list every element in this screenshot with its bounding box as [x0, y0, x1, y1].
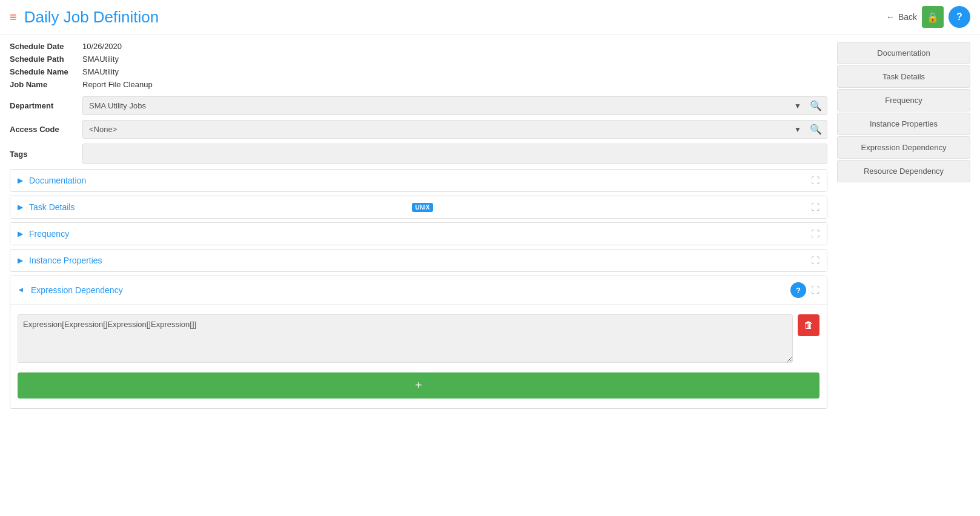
- documentation-chevron: ▶: [18, 176, 23, 185]
- instance-properties-header[interactable]: ▶ Instance Properties ⛶: [10, 250, 827, 271]
- expression-input-row: Expression[Expression[]Expression[]Expre…: [10, 309, 827, 368]
- expression-dependency-title: Expression Dependency: [31, 285, 411, 295]
- help-button[interactable]: ?: [949, 6, 970, 28]
- department-dropdown-icon: ▼: [790, 102, 805, 110]
- back-label: Back: [898, 12, 917, 22]
- expression-dependency-chevron: ▼: [17, 286, 25, 294]
- schedule-date-value: 10/26/2020: [82, 42, 827, 51]
- expression-dependency-expand-icon[interactable]: ⛶: [811, 285, 819, 295]
- department-select-wrapper: SMA Utility Jobs ▼ 🔍: [82, 96, 827, 115]
- expression-dependency-body: Expression[Expression[]Expression[]Expre…: [10, 304, 827, 408]
- task-details-chevron: ▶: [18, 203, 23, 211]
- trash-icon: 🗑: [804, 320, 813, 331]
- page-header: ≡ Daily Job Definition ← Back 🔒 ?: [0, 0, 980, 35]
- access-code-dropdown-icon: ▼: [790, 125, 805, 134]
- department-search-button[interactable]: 🔍: [805, 100, 827, 111]
- job-name-label: Job Name: [10, 80, 82, 89]
- tags-label: Tags: [10, 150, 82, 159]
- instance-properties-title: Instance Properties: [29, 256, 811, 265]
- lock-button[interactable]: 🔒: [922, 6, 944, 28]
- access-code-select[interactable]: <None>: [83, 121, 790, 138]
- task-details-expand-icon[interactable]: ⛶: [811, 202, 819, 212]
- nav-frequency-button[interactable]: Frequency: [837, 89, 970, 111]
- back-button[interactable]: ← Back: [886, 12, 917, 22]
- schedule-date-label: Schedule Date: [10, 42, 82, 51]
- documentation-title: Documentation: [29, 176, 811, 185]
- back-arrow-icon: ←: [886, 12, 895, 22]
- access-code-row: Access Code <None> ▼ 🔍: [10, 120, 827, 139]
- main-panel: Schedule Date 10/26/2020 Schedule Path S…: [10, 42, 827, 412]
- frequency-title: Frequency: [29, 229, 811, 239]
- nav-documentation-button[interactable]: Documentation: [837, 42, 970, 64]
- task-details-header[interactable]: ▶ Task Details UNIX ⛶: [10, 196, 827, 218]
- frequency-expand-icon[interactable]: ⛶: [811, 229, 819, 239]
- instance-properties-expand-icon[interactable]: ⛶: [811, 256, 819, 265]
- access-code-label: Access Code: [10, 125, 82, 134]
- nav-task-details-button[interactable]: Task Details: [837, 65, 970, 88]
- info-fields: Schedule Date 10/26/2020 Schedule Path S…: [10, 42, 827, 89]
- task-details-section: ▶ Task Details UNIX ⛶: [10, 196, 827, 219]
- schedule-name-label: Schedule Name: [10, 67, 82, 76]
- main-content: Schedule Date 10/26/2020 Schedule Path S…: [0, 35, 980, 420]
- frequency-chevron: ▶: [18, 230, 23, 238]
- expression-dependency-header[interactable]: ▼ Expression Dependency ? ⛶: [10, 276, 827, 304]
- documentation-expand-icon[interactable]: ⛶: [811, 176, 819, 185]
- schedule-path-label: Schedule Path: [10, 55, 82, 64]
- job-name-value: Report File Cleanup: [82, 80, 827, 89]
- header-actions: ← Back 🔒 ?: [886, 6, 970, 28]
- documentation-header[interactable]: ▶ Documentation ⛶: [10, 170, 827, 191]
- instance-properties-section: ▶ Instance Properties ⛶: [10, 249, 827, 272]
- right-panel: Documentation Task Details Frequency Ins…: [837, 42, 970, 412]
- instance-properties-chevron: ▶: [18, 256, 23, 265]
- department-row: Department SMA Utility Jobs ▼ 🔍: [10, 96, 827, 115]
- tags-input[interactable]: [82, 144, 827, 164]
- schedule-name-value: SMAUtility: [82, 67, 827, 76]
- department-label: Department: [10, 101, 82, 110]
- nav-resource-dependency-button[interactable]: Resource Dependency: [837, 160, 970, 182]
- access-code-select-wrapper: <None> ▼ 🔍: [82, 120, 827, 139]
- help-icon: ?: [956, 12, 962, 22]
- frequency-header[interactable]: ▶ Frequency ⛶: [10, 223, 827, 245]
- frequency-section: ▶ Frequency ⛶: [10, 222, 827, 245]
- schedule-path-value: SMAUtility: [82, 55, 827, 64]
- lock-icon: 🔒: [927, 12, 939, 23]
- expression-dependency-section: ▼ Expression Dependency ? ⛶ Expression[E…: [10, 276, 827, 409]
- tags-row: Tags: [10, 144, 827, 164]
- access-code-search-button[interactable]: 🔍: [805, 124, 827, 135]
- hamburger-icon[interactable]: ≡: [10, 10, 17, 24]
- expression-textarea[interactable]: Expression[Expression[]Expression[]Expre…: [18, 314, 793, 363]
- nav-expression-dependency-button[interactable]: Expression Dependency: [837, 136, 970, 159]
- expression-add-button[interactable]: +: [18, 372, 819, 399]
- page-title: Daily Job Definition: [24, 8, 886, 27]
- department-select[interactable]: SMA Utility Jobs: [83, 97, 790, 114]
- expression-delete-button[interactable]: 🗑: [798, 314, 819, 336]
- documentation-section: ▶ Documentation ⛶: [10, 169, 827, 192]
- task-details-title: Task Details: [29, 202, 407, 212]
- unix-badge: UNIX: [412, 203, 434, 212]
- nav-instance-properties-button[interactable]: Instance Properties: [837, 113, 970, 135]
- expression-help-button[interactable]: ?: [790, 282, 806, 298]
